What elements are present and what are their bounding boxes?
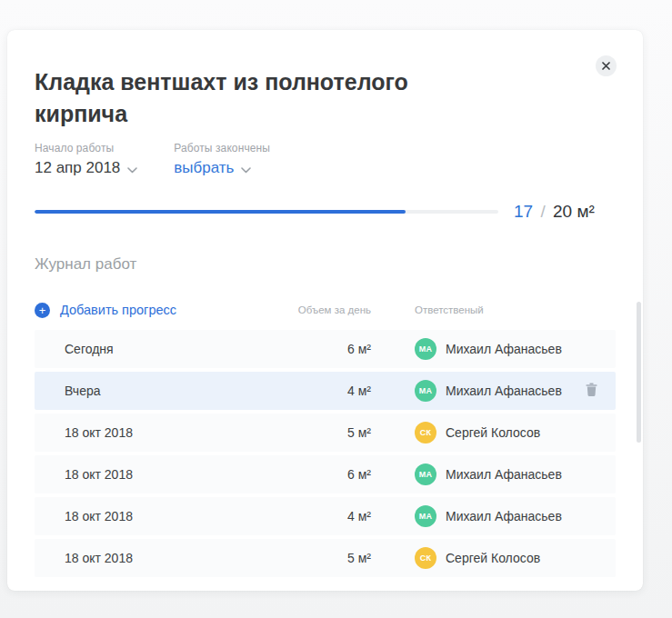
progress-current-value: 17 (514, 202, 533, 221)
row-responsible-name: Михаил Афанасьев (446, 509, 562, 523)
journal-header: + Добавить прогресс Объем за день Ответс… (35, 300, 616, 320)
journal-heading: Журнал работ (35, 255, 616, 274)
column-header-volume: Объем за день (292, 304, 371, 315)
row-date: Вчера (65, 384, 292, 398)
table-row[interactable]: 18 окт 2018 6 м² МА Михаил Афанасьев (35, 455, 616, 493)
close-icon (602, 62, 610, 70)
avatar: СК (415, 422, 436, 444)
table-row[interactable]: 18 окт 2018 5 м² СК Сергей Колосов (35, 414, 616, 452)
close-button[interactable] (596, 55, 617, 76)
progress-counter: 17 / 20 м² (514, 202, 595, 222)
task-modal: Кладка вентшахт из полнотелого кирпича Н… (7, 30, 643, 591)
row-volume: 5 м² (292, 551, 371, 565)
plus-icon: + (35, 303, 50, 318)
row-responsible-name: Михаил Афанасьев (446, 467, 562, 482)
row-date: 18 окт 2018 (65, 425, 292, 440)
column-header-responsible: Ответственый (415, 304, 484, 315)
start-date-label: Начало работы (35, 142, 137, 154)
table-row[interactable]: Вчера 4 м² МА Михаил Афанасьев (35, 372, 616, 410)
page-title: Кладка вентшахт из полнотелого кирпича (35, 66, 489, 130)
progress-separator: / (537, 202, 547, 221)
scrollbar-thumb[interactable] (637, 302, 641, 443)
add-progress-label: Добавить прогресс (60, 303, 176, 317)
row-volume: 6 м² (292, 342, 371, 356)
add-progress-button[interactable]: + Добавить прогресс (35, 303, 292, 318)
row-date: Сегодня (65, 342, 292, 356)
row-date: 18 окт 2018 (65, 467, 292, 482)
end-date-value: выбрать (174, 159, 234, 177)
avatar: МА (415, 505, 436, 527)
progress-bar (35, 210, 498, 214)
avatar: МА (415, 380, 436, 402)
delete-row-button[interactable] (586, 383, 597, 399)
row-volume: 6 м² (292, 467, 371, 482)
row-responsible-name: Михаил Афанасьев (446, 384, 562, 398)
trash-icon (586, 383, 597, 399)
row-date: 18 окт 2018 (65, 509, 292, 523)
row-responsible-name: Сергей Колосов (446, 551, 540, 565)
progress-section: 17 / 20 м² (35, 200, 616, 224)
chevron-down-icon (241, 160, 251, 178)
start-date-field[interactable]: Начало работы 12 апр 2018 (35, 142, 137, 178)
chevron-down-icon (127, 160, 137, 178)
row-responsible-name: Михаил Афанасьев (446, 342, 562, 356)
progress-bar-fill (35, 210, 406, 214)
table-row[interactable]: Сегодня 6 м² МА Михаил Афанасьев (35, 330, 616, 368)
date-fields: Начало работы 12 апр 2018 Работы законче… (35, 142, 616, 178)
progress-total-value: 20 м² (553, 202, 595, 221)
avatar: МА (415, 464, 436, 485)
table-row[interactable]: 18 окт 2018 5 м² СК Сергей Колосов (35, 539, 616, 577)
table-row[interactable]: 18 окт 2018 4 м² МА Михаил Афанасьев (35, 497, 616, 535)
row-volume: 4 м² (292, 384, 371, 398)
start-date-value: 12 апр 2018 (35, 159, 120, 177)
row-volume: 5 м² (292, 425, 371, 440)
row-date: 18 окт 2018 (65, 551, 292, 565)
row-responsible-name: Сергей Колосов (446, 425, 540, 440)
end-date-field[interactable]: Работы закончены выбрать (174, 142, 270, 178)
avatar: СК (415, 547, 436, 569)
avatar: МА (415, 338, 436, 360)
row-volume: 4 м² (292, 509, 371, 523)
journal-rows: Сегодня 6 м² МА Михаил Афанасьев Вчера 4… (35, 330, 616, 577)
end-date-label: Работы закончены (174, 142, 270, 154)
